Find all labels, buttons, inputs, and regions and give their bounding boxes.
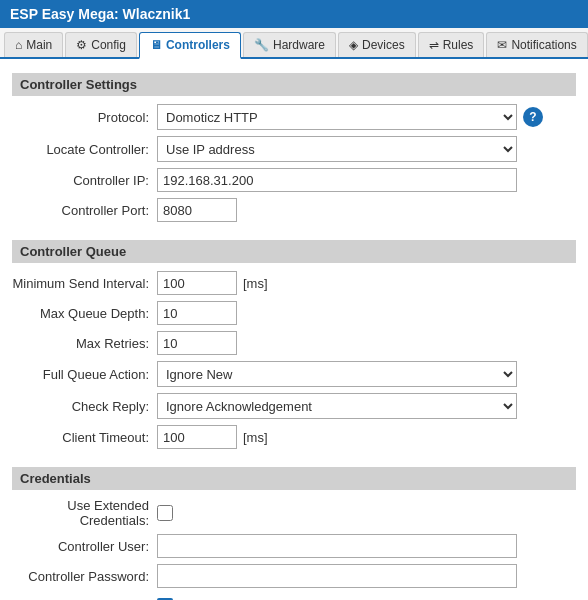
max-retries-row: Max Retries: (12, 331, 576, 355)
client-timeout-input[interactable] (157, 425, 237, 449)
page-title: ESP Easy Mega: Wlacznik1 (10, 6, 190, 22)
devices-icon: ◈ (349, 38, 358, 52)
protocol-label: Protocol: (12, 110, 157, 125)
client-timeout-label: Client Timeout: (12, 430, 157, 445)
full-queue-action-row: Full Queue Action: Ignore New Delete Old… (12, 361, 576, 387)
controller-settings-header: Controller Settings (12, 73, 576, 96)
min-send-interval-input[interactable] (157, 271, 237, 295)
use-extended-row: Use Extended Credentials: (12, 498, 576, 528)
use-extended-checkbox[interactable] (157, 505, 173, 521)
min-send-interval-field: [ms] (157, 271, 576, 295)
max-queue-depth-input[interactable] (157, 301, 237, 325)
controller-port-field (157, 198, 576, 222)
tab-notifications[interactable]: ✉ Notifications (486, 32, 587, 57)
controller-user-input[interactable] (157, 534, 517, 558)
credentials-header: Credentials (12, 467, 576, 490)
nav-tabs: ⌂ Main ⚙ Config 🖥 Controllers 🔧 Hardware… (0, 28, 588, 59)
locate-controller-select[interactable]: Use IP address Use hostname (157, 136, 517, 162)
content-area: Controller Settings Protocol: Domoticz H… (0, 59, 588, 600)
controller-ip-row: Controller IP: (12, 168, 576, 192)
notifications-icon: ✉ (497, 38, 507, 52)
controller-port-input[interactable] (157, 198, 237, 222)
max-queue-depth-field (157, 301, 576, 325)
min-send-interval-label: Minimum Send Interval: (12, 276, 157, 291)
controller-user-field (157, 534, 576, 558)
tab-controllers[interactable]: 🖥 Controllers (139, 32, 241, 59)
controller-queue-header: Controller Queue (12, 240, 576, 263)
controller-password-field (157, 564, 576, 588)
locate-controller-row: Locate Controller: Use IP address Use ho… (12, 136, 576, 162)
tab-hardware[interactable]: 🔧 Hardware (243, 32, 336, 57)
use-extended-field (157, 505, 576, 521)
controller-password-input[interactable] (157, 564, 517, 588)
rules-icon: ⇌ (429, 38, 439, 52)
max-retries-field (157, 331, 576, 355)
hardware-icon: 🔧 (254, 38, 269, 52)
config-icon: ⚙ (76, 38, 87, 52)
controllers-icon: 🖥 (150, 38, 162, 52)
locate-controller-field: Use IP address Use hostname (157, 136, 576, 162)
max-queue-depth-label: Max Queue Depth: (12, 306, 157, 321)
full-queue-action-label: Full Queue Action: (12, 367, 157, 382)
controller-user-label: Controller User: (12, 539, 157, 554)
controller-port-label: Controller Port: (12, 203, 157, 218)
full-queue-action-select[interactable]: Ignore New Delete Oldest (157, 361, 517, 387)
controller-user-row: Controller User: (12, 534, 576, 558)
min-send-interval-row: Minimum Send Interval: [ms] (12, 271, 576, 295)
controller-ip-input[interactable] (157, 168, 517, 192)
main-icon: ⌂ (15, 38, 22, 52)
check-reply-select[interactable]: Ignore Acknowledgement Check Acknowledge… (157, 393, 517, 419)
max-retries-input[interactable] (157, 331, 237, 355)
controller-ip-field (157, 168, 576, 192)
use-extended-label: Use Extended Credentials: (12, 498, 157, 528)
tab-devices[interactable]: ◈ Devices (338, 32, 416, 57)
controller-password-row: Controller Password: (12, 564, 576, 588)
full-queue-action-field: Ignore New Delete Oldest (157, 361, 576, 387)
title-bar: ESP Easy Mega: Wlacznik1 (0, 0, 588, 28)
protocol-field: Domoticz HTTP Domoticz MQTT OpenHAB MQTT… (157, 104, 576, 130)
check-reply-field: Ignore Acknowledgement Check Acknowledge… (157, 393, 576, 419)
protocol-row: Protocol: Domoticz HTTP Domoticz MQTT Op… (12, 104, 576, 130)
tab-main[interactable]: ⌂ Main (4, 32, 63, 57)
min-send-interval-unit: [ms] (243, 276, 268, 291)
check-reply-row: Check Reply: Ignore Acknowledgement Chec… (12, 393, 576, 419)
locate-controller-label: Locate Controller: (12, 142, 157, 157)
client-timeout-field: [ms] (157, 425, 576, 449)
controller-ip-label: Controller IP: (12, 173, 157, 188)
controller-port-row: Controller Port: (12, 198, 576, 222)
protocol-help-icon[interactable]: ? (523, 107, 543, 127)
enabled-row: Enabled: (12, 594, 576, 600)
max-queue-depth-row: Max Queue Depth: (12, 301, 576, 325)
tab-config[interactable]: ⚙ Config (65, 32, 137, 57)
max-retries-label: Max Retries: (12, 336, 157, 351)
tab-rules[interactable]: ⇌ Rules (418, 32, 485, 57)
client-timeout-row: Client Timeout: [ms] (12, 425, 576, 449)
protocol-select[interactable]: Domoticz HTTP Domoticz MQTT OpenHAB MQTT… (157, 104, 517, 130)
client-timeout-unit: [ms] (243, 430, 268, 445)
check-reply-label: Check Reply: (12, 399, 157, 414)
controller-password-label: Controller Password: (12, 569, 157, 584)
